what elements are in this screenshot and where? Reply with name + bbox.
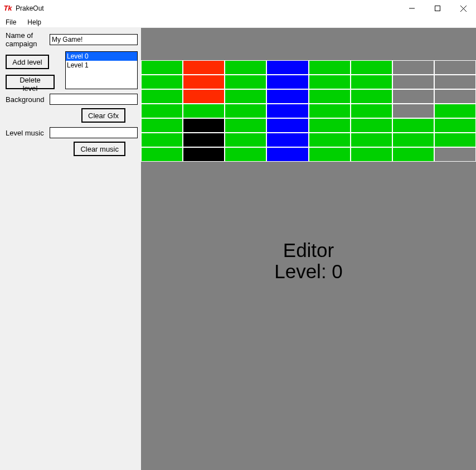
canvas-label-line2: Level: 0: [141, 261, 476, 282]
brick[interactable]: [351, 147, 392, 162]
brick[interactable]: [392, 118, 434, 133]
brick[interactable]: [351, 75, 392, 89]
brick[interactable]: [183, 89, 225, 104]
clear-gfx-button[interactable]: Clear Gfx: [81, 108, 125, 123]
window-title: PrakeOut: [16, 4, 44, 12]
brick[interactable]: [434, 133, 476, 147]
delete-level-button[interactable]: Delete level: [6, 75, 55, 89]
brick[interactable]: [183, 147, 225, 162]
minimize-button[interactable]: [399, 0, 425, 17]
brick[interactable]: [392, 89, 434, 104]
brick[interactable]: [141, 60, 183, 75]
brick[interactable]: [392, 147, 434, 162]
brick[interactable]: [351, 104, 392, 118]
brick[interactable]: [309, 60, 351, 75]
brick[interactable]: [434, 75, 476, 89]
svg-rect-1: [435, 6, 440, 11]
brick[interactable]: [225, 60, 266, 75]
level-music-input[interactable]: [50, 127, 138, 138]
brick[interactable]: [266, 60, 308, 75]
editor-canvas[interactable]: Editor Level: 0: [141, 28, 476, 470]
brick[interactable]: [434, 147, 476, 162]
level-music-label: Level music: [3, 129, 46, 137]
brick[interactable]: [183, 118, 225, 133]
close-button[interactable]: [450, 0, 476, 17]
brick[interactable]: [141, 75, 183, 89]
background-input[interactable]: [50, 94, 138, 105]
canvas-label-line1: Editor: [141, 240, 476, 261]
brick[interactable]: [266, 118, 308, 133]
minimize-icon: [409, 6, 415, 11]
menu-help[interactable]: Help: [25, 17, 43, 27]
brick[interactable]: [183, 75, 225, 89]
menubar: File Help: [0, 17, 476, 28]
brick[interactable]: [141, 133, 183, 147]
level-list-item[interactable]: Level 1: [66, 61, 137, 70]
brick[interactable]: [225, 75, 266, 89]
menu-file[interactable]: File: [3, 17, 18, 27]
brick[interactable]: [351, 60, 392, 75]
brick[interactable]: [434, 104, 476, 118]
brick[interactable]: [351, 133, 392, 147]
brick[interactable]: [309, 89, 351, 104]
brick[interactable]: [434, 60, 476, 75]
brick[interactable]: [309, 75, 351, 89]
brick[interactable]: [266, 75, 308, 89]
brick[interactable]: [392, 133, 434, 147]
canvas-overlay-text: Editor Level: 0: [141, 240, 476, 282]
brick[interactable]: [351, 118, 392, 133]
titlebar: Tk PrakeOut: [0, 0, 476, 17]
brick[interactable]: [141, 104, 183, 118]
brick[interactable]: [309, 147, 351, 162]
close-icon: [460, 6, 467, 12]
brick[interactable]: [392, 75, 434, 89]
campaign-name-input[interactable]: [50, 34, 138, 45]
brick[interactable]: [434, 118, 476, 133]
level-list-item[interactable]: Level 0: [66, 52, 137, 61]
clear-music-button[interactable]: Clear music: [74, 142, 125, 156]
brick[interactable]: [266, 104, 308, 118]
brick[interactable]: [434, 89, 476, 104]
brick[interactable]: [141, 89, 183, 104]
brick[interactable]: [225, 133, 266, 147]
app-icon: Tk: [3, 4, 12, 13]
maximize-icon: [435, 6, 440, 11]
brick[interactable]: [225, 89, 266, 104]
brick[interactable]: [183, 133, 225, 147]
brick[interactable]: [183, 60, 225, 75]
brick-grid[interactable]: [141, 60, 476, 162]
campaign-name-label: Name of campaign: [3, 31, 46, 48]
brick[interactable]: [309, 133, 351, 147]
maximize-button[interactable]: [425, 0, 450, 17]
brick[interactable]: [309, 104, 351, 118]
brick[interactable]: [392, 60, 434, 75]
brick[interactable]: [141, 147, 183, 162]
brick[interactable]: [225, 118, 266, 133]
levels-listbox[interactable]: Level 0Level 1: [65, 51, 138, 89]
brick[interactable]: [309, 118, 351, 133]
brick[interactable]: [225, 147, 266, 162]
brick[interactable]: [351, 89, 392, 104]
brick[interactable]: [266, 147, 308, 162]
brick[interactable]: [266, 133, 308, 147]
sidebar: Name of campaign Add level Delete level …: [0, 28, 141, 470]
brick[interactable]: [141, 118, 183, 133]
brick[interactable]: [225, 104, 266, 118]
brick[interactable]: [392, 104, 434, 118]
main-area: Name of campaign Add level Delete level …: [0, 28, 476, 470]
background-label: Background: [3, 95, 46, 104]
add-level-button[interactable]: Add level: [6, 55, 49, 69]
brick[interactable]: [183, 104, 225, 118]
brick[interactable]: [266, 89, 308, 104]
